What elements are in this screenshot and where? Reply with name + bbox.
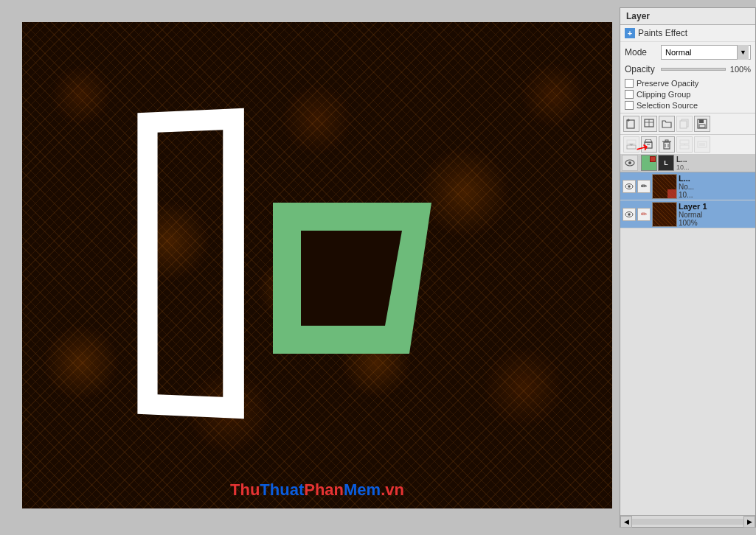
svg-rect-12: [699, 125, 705, 127]
horizontal-scrollbar[interactable]: ◀ ▶: [620, 515, 755, 527]
scroll-left-button[interactable]: ◀: [620, 516, 632, 528]
merge-down-button[interactable]: [676, 136, 693, 153]
svg-point-31: [628, 161, 631, 164]
merge-down-icon: [679, 139, 690, 150]
canvas-area: ThuThuatPhanMem.vn: [22, 22, 612, 508]
white-rectangle: [137, 108, 243, 419]
preserve-opacity-checkbox[interactable]: [625, 79, 634, 88]
paints-effect-label: Paints Effect: [638, 28, 687, 38]
mode-value: Normal: [663, 48, 737, 57]
pattern-stamp-icon: [644, 139, 654, 150]
mode-dropdown[interactable]: Normal ▼: [661, 45, 751, 60]
panel-title-text: Layer: [626, 11, 650, 21]
layer-1-eye-button[interactable]: [623, 180, 636, 193]
new-folder-button[interactable]: [659, 116, 675, 132]
selection-source-checkbox[interactable]: [625, 101, 634, 110]
new-folder-icon: [662, 119, 672, 129]
preserve-opacity-row: Preserve Opacity: [625, 79, 751, 88]
selection-source-label: Selection Source: [637, 101, 698, 110]
layer-1-name: L...: [679, 174, 753, 183]
paints-effect-row: + Paints Effect: [620, 25, 755, 42]
flatten-icon: [697, 139, 707, 150]
mode-dropdown-arrow[interactable]: ▼: [737, 45, 749, 60]
paints-effect-add-button[interactable]: +: [625, 28, 635, 38]
svg-rect-25: [680, 145, 689, 149]
layer-1-edit-button[interactable]: ✏: [637, 180, 651, 193]
clipping-group-row: Clipping Group: [625, 90, 751, 99]
svg-rect-11: [699, 119, 704, 123]
new-raster-button[interactable]: [641, 116, 657, 132]
svg-point-33: [628, 185, 631, 188]
green-shape-container: [273, 203, 431, 354]
layer-2-edit-button[interactable]: ✏: [637, 208, 651, 221]
layer-2-thumbnail: [652, 202, 677, 227]
eye-col-icon: [625, 158, 635, 167]
layer-2-info: Layer 1 Normal 100%: [679, 202, 753, 227]
checkboxes-section: Preserve Opacity Clipping Group Selectio…: [620, 76, 755, 113]
layer-col-header: L L... 10...: [620, 154, 755, 172]
pattern-stamp-button[interactable]: [641, 136, 657, 153]
layer-2-pattern: [653, 203, 676, 226]
eye-icon-2: [625, 211, 634, 218]
new-layer-button[interactable]: [623, 116, 639, 132]
move-down-icon: [626, 139, 637, 150]
plus-icon: +: [628, 29, 632, 38]
opacity-row: Opacity 100%: [620, 63, 755, 76]
scroll-track-h[interactable]: [632, 519, 743, 525]
clipping-group-checkbox[interactable]: [625, 90, 634, 99]
svg-rect-21: [665, 140, 668, 141]
watermark: ThuThuatPhanMem.vn: [230, 480, 404, 500]
icon-toolbar-row1: [620, 113, 755, 135]
selection-source-row: Selection Source: [625, 101, 751, 110]
flatten-button[interactable]: [694, 136, 710, 153]
move-down-button[interactable]: [623, 136, 639, 153]
opacity-slider[interactable]: [661, 68, 726, 71]
icon-toolbar-row2: [620, 135, 755, 154]
layer-thumb-icon[interactable]: [641, 155, 657, 171]
visibility-col-icon[interactable]: [622, 155, 638, 171]
mode-label: Mode: [625, 47, 658, 57]
layer-2-opacity: 100%: [679, 219, 753, 227]
copy-layer-icon: [679, 119, 690, 129]
layer-2-eye-button[interactable]: [623, 208, 636, 221]
eye-icon-1: [625, 183, 634, 190]
svg-rect-27: [698, 141, 707, 147]
watermark-vn: .vn: [381, 480, 404, 499]
layer-item-2[interactable]: ✏ Layer 1 Normal 100%: [620, 200, 755, 228]
watermark-mem: Mem: [344, 480, 381, 499]
layer-1-thumbnail: [652, 174, 677, 199]
mode-row: Mode Normal ▼: [620, 42, 755, 63]
green-shape-svg: [273, 203, 431, 354]
clipping-group-label: Clipping Group: [637, 90, 690, 99]
layer-1-opacity: 10...: [679, 191, 753, 199]
layer-1-mode: No...: [679, 183, 753, 191]
watermark-phan: Phan: [304, 480, 344, 499]
layer-items-area[interactable]: ✏ L... No... 10... ✏: [620, 172, 755, 515]
layer-mask-icon[interactable]: L: [658, 155, 674, 171]
copy-layer-button[interactable]: [676, 116, 693, 132]
layer-item-1[interactable]: ✏ L... No... 10...: [620, 172, 755, 200]
svg-rect-19: [664, 142, 670, 149]
save-button[interactable]: [694, 116, 710, 132]
svg-marker-1: [301, 231, 402, 326]
save-icon: [697, 119, 707, 129]
svg-rect-24: [680, 140, 689, 144]
scroll-right-button[interactable]: ▶: [743, 516, 755, 528]
svg-point-35: [628, 213, 631, 216]
delete-layer-icon: [662, 139, 672, 150]
opacity-value: 100%: [729, 65, 751, 74]
watermark-thuat: Thuat: [260, 480, 304, 499]
svg-rect-16: [645, 142, 652, 148]
svg-marker-17: [645, 139, 652, 142]
opacity-label: Opacity: [625, 64, 658, 74]
svg-rect-9: [680, 121, 687, 128]
watermark-thu: Thu: [230, 480, 260, 499]
new-raster-icon: [644, 119, 654, 129]
svg-rect-13: [627, 140, 636, 144]
delete-layer-button[interactable]: [659, 136, 675, 153]
layer-2-name: Layer 1: [679, 202, 753, 211]
preserve-opacity-label: Preserve Opacity: [637, 79, 698, 88]
panel-title: Layer: [620, 8, 755, 25]
layer-2-mode: Normal: [679, 211, 753, 219]
new-layer-icon: [626, 119, 637, 129]
